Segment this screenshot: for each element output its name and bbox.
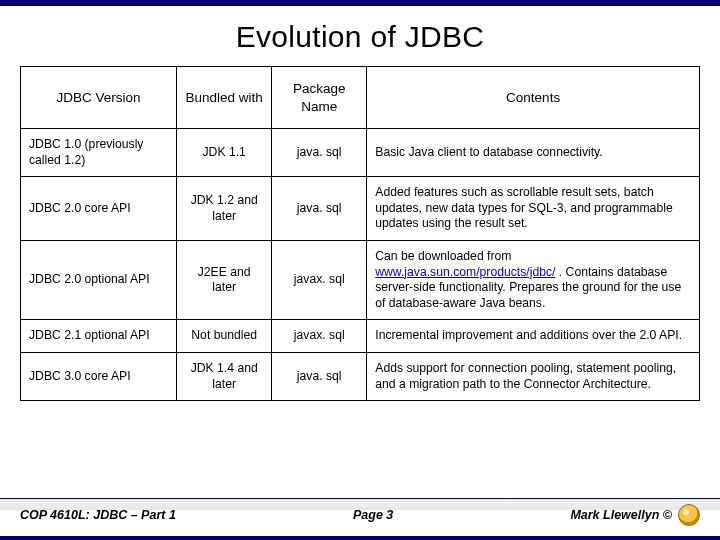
table-row: JDBC 2.1 optional API Not bundled javax.…	[21, 320, 700, 353]
footer: COP 4610L: JDBC – Part 1 Page 3 Mark Lle…	[0, 496, 720, 530]
cell-bundled: Not bundled	[177, 320, 272, 353]
col-version: JDBC Version	[21, 67, 177, 129]
table-row: JDBC 2.0 core API JDK 1.2 and later java…	[21, 177, 700, 241]
cell-contents: Can be downloaded from www.java.sun.com/…	[367, 241, 700, 320]
page-title: Evolution of JDBC	[0, 6, 720, 66]
cell-bundled: JDK 1.2 and later	[177, 177, 272, 241]
cell-package: java. sql	[272, 177, 367, 241]
cell-version: JDBC 2.0 core API	[21, 177, 177, 241]
footer-left: COP 4610L: JDBC – Part 1	[20, 508, 176, 522]
cell-package: javax. sql	[272, 320, 367, 353]
ucf-seal-icon	[678, 504, 700, 526]
footer-right: Mark Llewellyn ©	[570, 508, 672, 522]
col-bundled: Bundled with	[177, 67, 272, 129]
jdbc-evolution-table-wrap: JDBC Version Bundled with Package Name C…	[0, 66, 720, 401]
cell-package: javax. sql	[272, 241, 367, 320]
cell-contents: Adds support for connection pooling, sta…	[367, 353, 700, 401]
cell-version: JDBC 2.1 optional API	[21, 320, 177, 353]
cell-package: java. sql	[272, 129, 367, 177]
cell-contents: Added features such as scrollable result…	[367, 177, 700, 241]
footer-divider	[0, 498, 720, 499]
cell-bundled: JDK 1.4 and later	[177, 353, 272, 401]
col-package: Package Name	[272, 67, 367, 129]
text-pre: Can be downloaded from	[375, 249, 511, 263]
slide: Evolution of JDBC JDBC Version Bundled w…	[0, 0, 720, 540]
cell-package: java. sql	[272, 353, 367, 401]
table-row: JDBC 3.0 core API JDK 1.4 and later java…	[21, 353, 700, 401]
cell-bundled: JDK 1.1	[177, 129, 272, 177]
cell-version: JDBC 1.0 (previously called 1.2)	[21, 129, 177, 177]
cell-bundled: J2EE and later	[177, 241, 272, 320]
download-link[interactable]: www.java.sun.com/products/jdbc/	[375, 265, 555, 279]
col-contents: Contents	[367, 67, 700, 129]
footer-center: Page 3	[353, 508, 393, 522]
footer-text: COP 4610L: JDBC – Part 1 Page 3 Mark Lle…	[20, 504, 700, 526]
table-row: JDBC 2.0 optional API J2EE and later jav…	[21, 241, 700, 320]
footer-right-wrap: Mark Llewellyn ©	[570, 504, 700, 526]
table-header-row: JDBC Version Bundled with Package Name C…	[21, 67, 700, 129]
cell-contents: Incremental improvement and additions ov…	[367, 320, 700, 353]
cell-contents: Basic Java client to database connectivi…	[367, 129, 700, 177]
table-row: JDBC 1.0 (previously called 1.2) JDK 1.1…	[21, 129, 700, 177]
cell-version: JDBC 2.0 optional API	[21, 241, 177, 320]
jdbc-evolution-table: JDBC Version Bundled with Package Name C…	[20, 66, 700, 401]
cell-version: JDBC 3.0 core API	[21, 353, 177, 401]
